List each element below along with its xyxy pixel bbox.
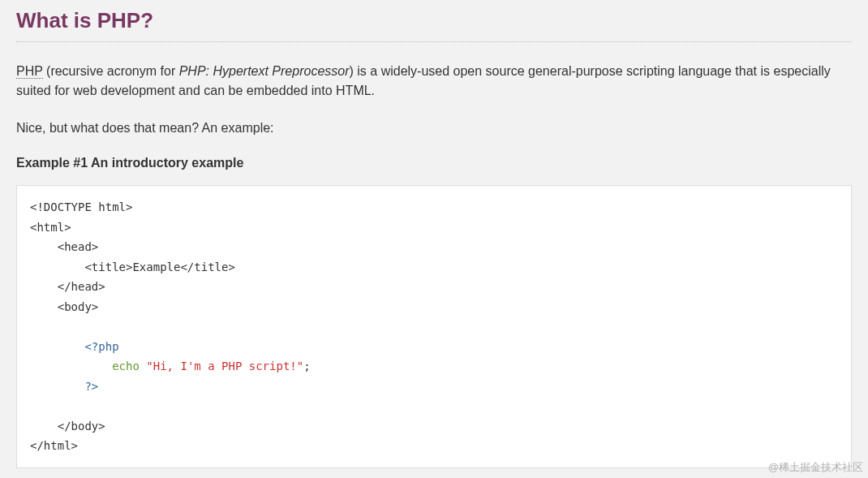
code-line: <body> <box>30 300 98 313</box>
code-indent <box>30 380 84 393</box>
example-intro-paragraph: Nice, but what does that mean? An exampl… <box>16 118 852 138</box>
code-line: <head> <box>30 240 98 253</box>
code-line: </html> <box>30 439 78 452</box>
code-line: <title>Example</title> <box>30 261 235 273</box>
code-example-block: <!DOCTYPE html> <html> <head> <title>Exa… <box>16 185 852 468</box>
content-container: What is PHP? PHP (recursive acronym for … <box>0 0 868 478</box>
code-line: <!DOCTYPE html> <box>30 200 132 213</box>
example-title: Example #1 An introductory example <box>16 156 852 170</box>
code-semicolon: ; <box>303 360 310 372</box>
php-close-tag: ?> <box>84 380 98 393</box>
php-echo-keyword: echo <box>112 360 146 372</box>
php-string: "Hi, I'm a PHP script!" <box>146 360 303 372</box>
text-before-italic: (recursive acronym for <box>43 64 179 78</box>
code-line: </head> <box>30 280 105 293</box>
code-line: </body> <box>30 420 105 433</box>
code-indent <box>30 360 112 372</box>
page-heading: What is PHP? <box>16 8 852 42</box>
php-open-tag: <?php <box>84 340 118 353</box>
php-abbr: PHP <box>16 64 43 79</box>
code-indent <box>30 340 84 353</box>
php-expansion: PHP: Hypertext Preprocessor <box>179 64 350 78</box>
watermark-text: @稀土掘金技术社区 <box>768 460 863 475</box>
intro-paragraph: PHP (recursive acronym for PHP: Hypertex… <box>16 62 852 101</box>
code-line: <html> <box>30 221 71 234</box>
